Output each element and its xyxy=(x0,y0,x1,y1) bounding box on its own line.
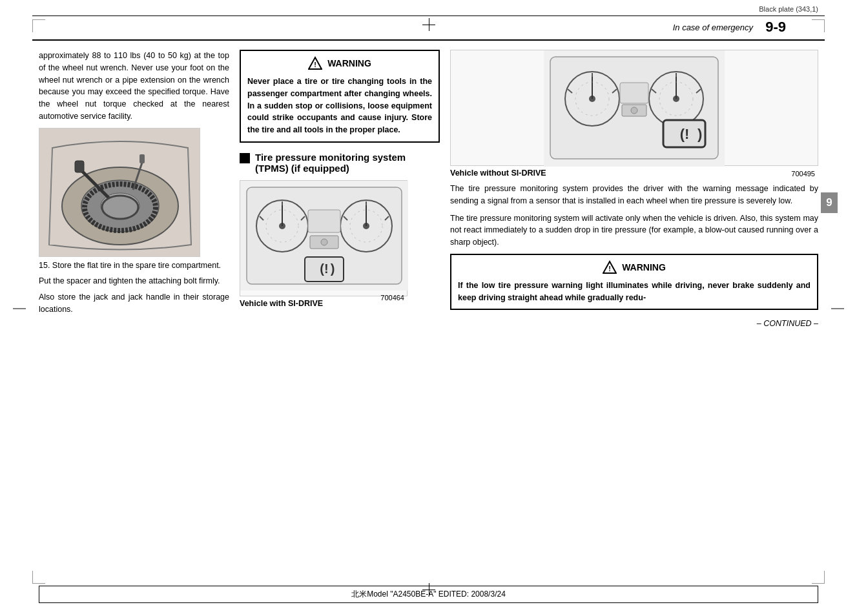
svg-text:(!: (! xyxy=(680,126,690,142)
corner-bl xyxy=(32,571,45,584)
step-15: 15. Store the flat tire in the spare tir… xyxy=(39,260,229,272)
right-column: (! ) 700495 Vehicle without SI-DRIVE The… xyxy=(450,50,818,328)
corner-tr xyxy=(812,19,825,32)
warning-header-mid: ! WARNING xyxy=(247,56,432,70)
image-id-mid: 700464 xyxy=(240,293,407,303)
warning-text-mid: Never place a tire or tire changing tool… xyxy=(247,76,432,136)
corner-br xyxy=(812,571,825,584)
wheel-image: 600126 xyxy=(39,128,200,257)
continued-text: – CONTINUED – xyxy=(450,319,818,328)
warning-box-right: ! WARNING If the low tire pressure warni… xyxy=(450,254,818,311)
image-id-right: 700495 xyxy=(451,169,818,179)
svg-text:): ) xyxy=(697,126,702,142)
warning-text-right: If the low tire pressure warning light i… xyxy=(458,280,811,304)
dashboard-img-mid: (! ) 700464 xyxy=(240,180,408,296)
svg-point-54 xyxy=(631,107,637,114)
svg-rect-52 xyxy=(620,83,648,103)
svg-text:!: ! xyxy=(608,265,611,272)
right-para1: The tire pressure monitoring system prov… xyxy=(450,183,818,207)
svg-rect-30 xyxy=(308,210,340,232)
plate-info: Black plate (343,1) xyxy=(759,5,818,13)
warning-header-right: ! WARNING xyxy=(458,260,811,274)
svg-rect-5 xyxy=(75,161,84,172)
svg-text:(!: (! xyxy=(320,262,328,276)
step-17: Also store the jack and jack handle in t… xyxy=(39,291,229,316)
reg-mark-top xyxy=(422,18,435,33)
footer-bar: 北米Model "A2450BE-A" EDITED: 2008/3/24 xyxy=(39,586,818,603)
header-right: In case of emergency 9-9 xyxy=(673,19,786,36)
tab-number: 9 xyxy=(821,192,838,213)
intro-paragraph: approximately 88 to 110 lbs (40 to 50 kg… xyxy=(39,50,229,123)
page-container: Black plate (343,1) In case of emergency… xyxy=(0,0,857,616)
page-number: 9-9 xyxy=(765,19,786,36)
svg-rect-7 xyxy=(139,154,145,163)
warning-icon-mid: ! xyxy=(308,56,322,70)
section-heading: Tire pressure monitoring system (TPMS) (… xyxy=(240,152,440,174)
main-content: approximately 88 to 110 lbs (40 to 50 kg… xyxy=(0,43,857,334)
left-column: approximately 88 to 110 lbs (40 to 50 kg… xyxy=(39,50,229,328)
reg-mark-right xyxy=(831,303,844,313)
svg-text:!: ! xyxy=(314,61,316,68)
section-title: In case of emergency xyxy=(673,23,753,32)
svg-text:): ) xyxy=(331,262,335,276)
footer-text: 北米Model "A2450BE-A" EDITED: 2008/3/24 xyxy=(351,589,506,600)
warning-icon-right: ! xyxy=(603,260,617,274)
svg-point-32 xyxy=(321,239,327,245)
warning-label-right: WARNING xyxy=(622,262,666,272)
warning-label-mid: WARNING xyxy=(327,58,371,68)
top-bar: Black plate (343,1) xyxy=(0,0,857,15)
corner-tl xyxy=(32,19,45,32)
svg-point-9 xyxy=(102,196,138,219)
heading-square xyxy=(240,153,250,163)
section-heading-text: Tire pressure monitoring system (TPMS) (… xyxy=(255,152,440,174)
reg-mark-left xyxy=(13,303,28,313)
middle-column: ! WARNING Never place a tire or tire cha… xyxy=(240,50,440,328)
warning-box-mid: ! WARNING Never place a tire or tire cha… xyxy=(240,50,440,143)
right-para2: The tire pressure monitoring system will… xyxy=(450,212,818,249)
step-16: Put the spacer and tighten the attaching… xyxy=(39,275,229,287)
dashboard-img-right: (! ) 700495 xyxy=(450,50,818,166)
